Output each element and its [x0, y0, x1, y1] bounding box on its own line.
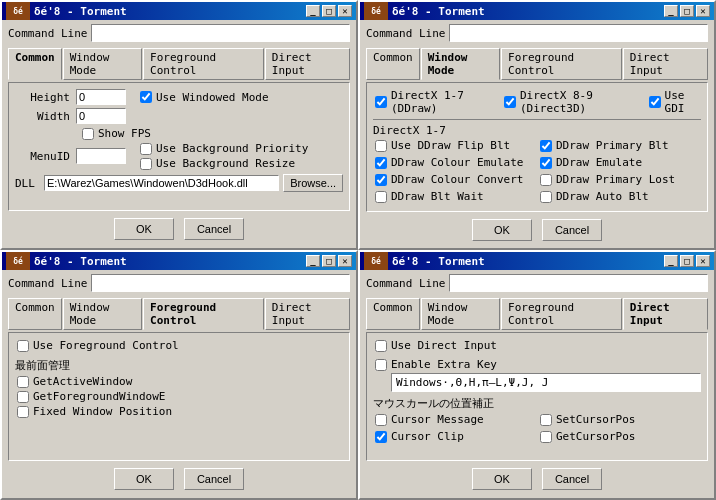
windowed-mode-row: Use Windowed Mode	[140, 91, 269, 104]
tab-content-4: Use Direct Input Enable Extra Key Window…	[366, 332, 708, 461]
titlebar-icon-3: δé	[6, 252, 30, 270]
bgresize-cb[interactable]	[140, 158, 152, 170]
cmd-row-1: Command Line	[8, 24, 350, 42]
browse-btn[interactable]: Browse...	[283, 174, 343, 192]
maximize-btn-2[interactable]: □	[680, 5, 694, 17]
ok-btn-2[interactable]: OK	[472, 219, 532, 241]
tab-fgcontrol-1[interactable]: Foreground Control	[143, 48, 264, 80]
window-1: δé δé'8 - Torment _ □ ✕ Command Line Com…	[0, 0, 358, 250]
fps-row: Show FPS	[82, 127, 343, 140]
windowed-mode-cb[interactable]	[140, 91, 152, 103]
titlebar-icon-2: δé	[364, 2, 388, 20]
window-2: δé δé'8 - Torment _ □ ✕ Command Line Com…	[358, 0, 716, 250]
main-grid: δé δé'8 - Torment _ □ ✕ Command Line Com…	[0, 0, 716, 500]
tab-directinput-3[interactable]: Direct Input	[265, 298, 350, 330]
ok-btn-3[interactable]: OK	[114, 468, 174, 490]
colouremulate-label: DDraw Colour Emulate	[391, 156, 523, 169]
cancel-btn-1[interactable]: Cancel	[184, 218, 244, 240]
titlebar-icon-4: δé	[364, 252, 388, 270]
titlebar-title-1: δé'8 - Torment	[34, 5, 127, 18]
menuid-input[interactable]	[76, 148, 126, 164]
cmd-input-3[interactable]	[91, 274, 350, 292]
fps-cb[interactable]	[82, 128, 94, 140]
tab-fgcontrol-2[interactable]: Foreground Control	[501, 48, 622, 80]
cmd-input-2[interactable]	[449, 24, 708, 42]
cmd-input-4[interactable]	[449, 274, 708, 292]
bgresize-row: Use Background Resize	[140, 157, 308, 170]
cursorclip-cb[interactable]	[375, 431, 387, 443]
maximize-btn-3[interactable]: □	[322, 255, 336, 267]
window-body-3: Command Line Common Window Mode Foregrou…	[2, 270, 356, 498]
emulate-row: DDraw Emulate	[540, 156, 701, 169]
tab-fgcontrol-4[interactable]: Foreground Control	[501, 298, 622, 330]
height-input[interactable]	[76, 89, 126, 105]
setcursorpos-label: SetCursorPos	[556, 413, 635, 426]
tab-fgcontrol-3[interactable]: Foreground Control	[143, 298, 264, 330]
use-fg-cb[interactable]	[17, 340, 29, 352]
dll-input[interactable]	[44, 175, 279, 191]
bgpriority-cb[interactable]	[140, 143, 152, 155]
gdi-cb[interactable]	[649, 96, 661, 108]
cmd-input-1[interactable]	[91, 24, 350, 42]
close-btn-2[interactable]: ✕	[696, 5, 710, 17]
primaryblt-row: DDraw Primary Blt	[540, 139, 701, 152]
colourconvert-cb[interactable]	[375, 174, 387, 186]
primarylost-cb[interactable]	[540, 174, 552, 186]
maximize-btn-1[interactable]: □	[322, 5, 336, 17]
extrakey-cb[interactable]	[375, 359, 387, 371]
emulate-label: DDraw Emulate	[556, 156, 642, 169]
tab-windowmode-3[interactable]: Window Mode	[63, 298, 142, 330]
cursormsg-cb[interactable]	[375, 414, 387, 426]
cancel-btn-4[interactable]: Cancel	[542, 468, 602, 490]
dx89-label: DirectX 8-9 (Direct3D)	[520, 89, 635, 115]
width-input[interactable]	[76, 108, 126, 124]
maximize-btn-4[interactable]: □	[680, 255, 694, 267]
tab-directinput-2[interactable]: Direct Input	[623, 48, 708, 80]
close-btn-1[interactable]: ✕	[338, 5, 352, 17]
use-di-cb[interactable]	[375, 340, 387, 352]
height-label: Height	[15, 91, 70, 104]
ok-btn-1[interactable]: OK	[114, 218, 174, 240]
colouremulate-cb[interactable]	[375, 157, 387, 169]
minimize-btn-4[interactable]: _	[664, 255, 678, 267]
titlebar-2: δé δé'8 - Torment _ □ ✕	[360, 2, 714, 20]
tab-common-2[interactable]: Common	[366, 48, 420, 80]
tab-common-1[interactable]: Common	[8, 48, 62, 80]
cancel-btn-2[interactable]: Cancel	[542, 219, 602, 241]
close-btn-4[interactable]: ✕	[696, 255, 710, 267]
width-row: Width	[15, 108, 343, 124]
dx17-label: DirectX 1-7 (DDraw)	[391, 89, 490, 115]
tab-common-4[interactable]: Common	[366, 298, 420, 330]
flipblt-label: Use DDraw Flip Blt	[391, 139, 510, 152]
cancel-btn-3[interactable]: Cancel	[184, 468, 244, 490]
ok-btn-4[interactable]: OK	[472, 468, 532, 490]
tab-directinput-4[interactable]: Direct Input	[623, 298, 708, 330]
minimize-btn-2[interactable]: _	[664, 5, 678, 17]
autoblt-cb[interactable]	[540, 191, 552, 203]
tab-directinput-1[interactable]: Direct Input	[265, 48, 350, 80]
fg-section-label: 最前面管理	[15, 358, 343, 373]
flipblt-cb[interactable]	[375, 140, 387, 152]
minimize-btn-1[interactable]: _	[306, 5, 320, 17]
button-row-4: OK Cancel	[366, 464, 708, 494]
minimize-btn-3[interactable]: _	[306, 255, 320, 267]
fixedwindow-row: Fixed Window Position	[17, 405, 343, 418]
getforegroundwindow-cb[interactable]	[17, 391, 29, 403]
dx17-cb[interactable]	[375, 96, 387, 108]
tab-windowmode-4[interactable]: Window Mode	[421, 298, 500, 330]
setcursorpos-cb[interactable]	[540, 414, 552, 426]
tab-windowmode-1[interactable]: Window Mode	[63, 48, 142, 80]
getactivewindow-cb[interactable]	[17, 376, 29, 388]
emulate-cb[interactable]	[540, 157, 552, 169]
autoblt-label: DDraw Auto Blt	[556, 190, 649, 203]
fixedwindow-cb[interactable]	[17, 406, 29, 418]
tab-windowmode-2[interactable]: Window Mode	[421, 48, 500, 80]
bltwait-cb[interactable]	[375, 191, 387, 203]
primarylost-row: DDraw Primary Lost	[540, 173, 701, 186]
use-fg-row: Use Foreground Control	[17, 339, 343, 352]
getcursorpos-cb[interactable]	[540, 431, 552, 443]
primaryblt-cb[interactable]	[540, 140, 552, 152]
tab-common-3[interactable]: Common	[8, 298, 62, 330]
close-btn-3[interactable]: ✕	[338, 255, 352, 267]
dx89-cb[interactable]	[504, 96, 516, 108]
